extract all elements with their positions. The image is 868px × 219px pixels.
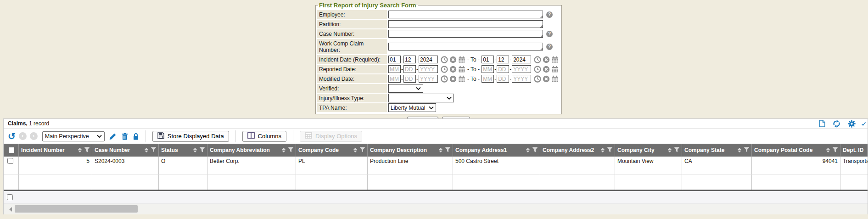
- filter-icon[interactable]: [359, 147, 365, 154]
- delete-trash-icon[interactable]: [122, 133, 128, 140]
- scroll-left-arrow-icon[interactable]: [9, 207, 12, 212]
- incident-to-time-icon[interactable]: [534, 56, 541, 63]
- incident-from-time-icon[interactable]: [441, 56, 448, 63]
- reported-from-year-input[interactable]: [419, 65, 438, 73]
- horizontal-scrollbar-thumb[interactable]: [15, 205, 138, 213]
- incident-from-year-input[interactable]: [419, 56, 438, 63]
- column-header-case-number[interactable]: Case Number: [92, 144, 159, 157]
- tpa-name-select[interactable]: Liberty Mutual: [388, 103, 436, 112]
- reported-to-month-input[interactable]: [482, 65, 494, 73]
- reported-to-calendar-icon[interactable]: [551, 66, 559, 73]
- column-header-company-city[interactable]: Company City: [615, 144, 682, 157]
- reported-to-clear-icon[interactable]: [543, 66, 550, 73]
- checkmark-icon[interactable]: [862, 120, 866, 127]
- new-record-icon[interactable]: [819, 120, 825, 127]
- reported-from-clear-icon[interactable]: [449, 66, 457, 73]
- reported-to-year-input[interactable]: [512, 65, 531, 73]
- column-header-company-code[interactable]: Company Code: [296, 144, 368, 157]
- filter-icon[interactable]: [532, 147, 538, 154]
- filter-icon[interactable]: [744, 147, 750, 154]
- table-row[interactable]: 5 S2024-0003 O Better Corp. PL Productio…: [4, 157, 868, 174]
- column-header-status[interactable]: Status: [159, 144, 207, 157]
- incident-from-clear-icon[interactable]: [449, 56, 457, 63]
- sort-icon[interactable]: [353, 148, 357, 152]
- reported-from-day-input[interactable]: [403, 65, 416, 73]
- row-checkbox[interactable]: [7, 158, 13, 164]
- modified-to-year-input[interactable]: [512, 75, 531, 83]
- work-comp-help-icon[interactable]: ?: [546, 44, 553, 50]
- next-icon[interactable]: ›: [30, 132, 38, 140]
- column-header-company-address1[interactable]: Company Address1: [453, 144, 540, 157]
- incident-from-month-input[interactable]: [388, 56, 401, 63]
- filter-icon[interactable]: [151, 147, 157, 154]
- sort-icon[interactable]: [282, 148, 286, 152]
- sort-icon[interactable]: [601, 148, 605, 152]
- filter-icon[interactable]: [674, 147, 680, 154]
- column-header-company-postal-code[interactable]: Company Postal Code: [752, 144, 840, 157]
- case-number-help-icon[interactable]: ?: [546, 31, 553, 37]
- employee-help-icon[interactable]: ?: [546, 11, 553, 18]
- filter-icon[interactable]: [832, 147, 838, 154]
- incident-to-year-input[interactable]: [512, 56, 531, 63]
- column-header-company-abbreviation[interactable]: Company Abbreviation: [207, 144, 296, 157]
- sort-icon[interactable]: [78, 148, 82, 152]
- footer-checkbox[interactable]: [7, 194, 13, 200]
- incident-to-clear-icon[interactable]: [543, 56, 550, 63]
- sort-icon[interactable]: [826, 148, 830, 152]
- partition-input[interactable]: [388, 20, 543, 28]
- filter-icon[interactable]: [288, 147, 294, 154]
- edit-pencil-icon[interactable]: [109, 132, 117, 140]
- horizontal-scrollbar[interactable]: [4, 204, 868, 214]
- sort-icon[interactable]: [738, 148, 741, 152]
- refresh-icon[interactable]: [833, 120, 840, 128]
- sort-icon[interactable]: [668, 148, 672, 152]
- modified-to-clear-icon[interactable]: [543, 75, 550, 83]
- modified-from-year-input[interactable]: [419, 75, 438, 83]
- perspective-select[interactable]: Main Perspective: [42, 131, 105, 141]
- work-comp-input[interactable]: [388, 43, 543, 51]
- reported-from-month-input[interactable]: [388, 65, 401, 73]
- incident-from-day-input[interactable]: [403, 56, 416, 63]
- modified-from-day-input[interactable]: [403, 75, 416, 83]
- modified-from-time-icon[interactable]: [441, 75, 448, 83]
- sort-icon[interactable]: [193, 148, 197, 152]
- filter-icon[interactable]: [445, 147, 451, 154]
- employee-input[interactable]: [388, 11, 543, 18]
- column-header-company-state[interactable]: Company State: [682, 144, 752, 157]
- modified-to-calendar-icon[interactable]: [551, 75, 559, 83]
- sort-icon[interactable]: [145, 148, 148, 152]
- reported-from-calendar-icon[interactable]: [458, 66, 465, 73]
- select-all-checkbox[interactable]: [9, 147, 14, 153]
- injury-type-select[interactable]: [388, 94, 454, 102]
- filter-icon[interactable]: [607, 147, 613, 154]
- modified-to-day-input[interactable]: [497, 75, 509, 83]
- case-number-input[interactable]: [388, 30, 543, 38]
- column-header-company-description[interactable]: Company Description: [368, 144, 453, 157]
- column-header-dept-id[interactable]: Dept. ID: [840, 144, 868, 157]
- reported-to-day-input[interactable]: [497, 65, 509, 73]
- incident-to-month-input[interactable]: [482, 56, 494, 63]
- store-displayed-data-button[interactable]: Store Displayed Data: [152, 131, 229, 142]
- lock-icon[interactable]: [133, 133, 139, 140]
- modified-from-month-input[interactable]: [388, 75, 401, 83]
- column-header-company-address2[interactable]: Company Address2: [540, 144, 615, 157]
- column-header-incident-number[interactable]: Incident Number: [19, 144, 92, 157]
- filter-icon[interactable]: [84, 147, 90, 154]
- verified-select[interactable]: [388, 84, 423, 93]
- reported-from-time-icon[interactable]: [441, 66, 448, 73]
- columns-button[interactable]: Columns: [242, 131, 286, 142]
- sort-icon[interactable]: [439, 148, 442, 152]
- modified-to-time-icon[interactable]: [534, 75, 541, 83]
- previous-icon[interactable]: ‹: [19, 132, 27, 140]
- modified-from-calendar-icon[interactable]: [458, 75, 465, 83]
- sort-icon[interactable]: [526, 148, 530, 152]
- modified-to-month-input[interactable]: [482, 75, 494, 83]
- reported-to-time-icon[interactable]: [534, 66, 541, 73]
- incident-to-day-input[interactable]: [497, 56, 509, 63]
- gear-icon[interactable]: [848, 120, 856, 128]
- filter-icon[interactable]: [199, 147, 205, 154]
- modified-from-clear-icon[interactable]: [449, 75, 457, 83]
- incident-from-calendar-icon[interactable]: [458, 56, 465, 63]
- undo-icon[interactable]: ↺: [8, 132, 16, 140]
- incident-to-calendar-icon[interactable]: [551, 56, 559, 63]
